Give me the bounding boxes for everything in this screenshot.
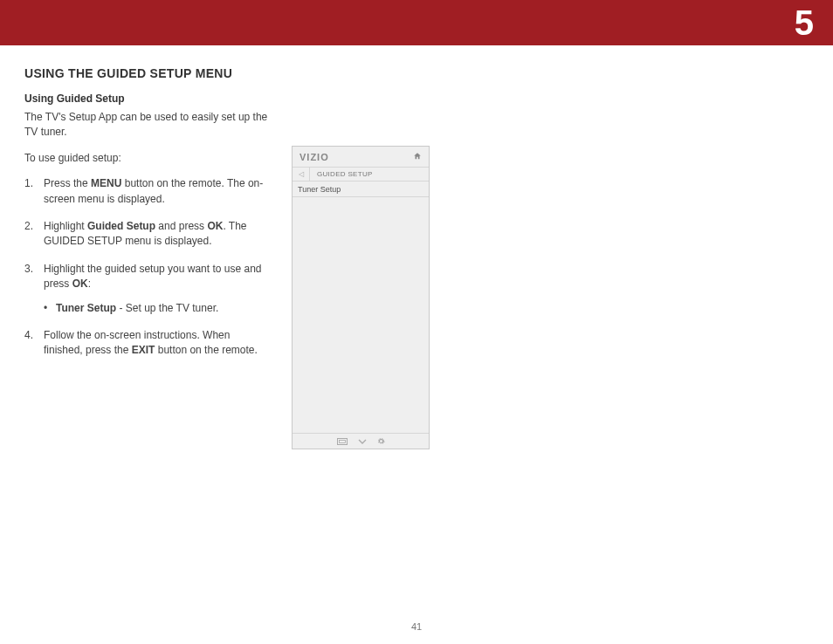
step-2-bold-b: Guided Setup <box>87 220 155 232</box>
step-1-bold: MENU <box>91 177 121 189</box>
subheading: Using Guided Setup <box>24 92 269 105</box>
step-4: Follow the on-screen instructions. When … <box>24 328 269 359</box>
step-4-text-c: button on the remote. <box>155 344 257 356</box>
svg-rect-1 <box>339 440 345 442</box>
steps-list: Press the MENU button on the remote. The… <box>24 176 269 359</box>
tv-header: VIZIO <box>293 147 429 168</box>
step-1: Press the MENU button on the remote. The… <box>24 176 269 207</box>
step-2-bold-d: OK <box>207 220 223 232</box>
vizio-logo: VIZIO <box>299 152 329 162</box>
tv-footer-icons <box>293 433 429 449</box>
step-2-text-a: Highlight <box>44 220 87 232</box>
tv-breadcrumb: ◁ GUIDED SETUP <box>293 168 429 182</box>
step-2-text-c: and press <box>155 220 207 232</box>
step-3-bold-b: OK <box>72 277 88 290</box>
wide-icon <box>337 438 348 445</box>
page-number: 41 <box>0 621 833 632</box>
instructions-column: Using Guided Setup The TV's Setup App ca… <box>24 92 269 371</box>
menu-item-tuner-setup: Tuner Setup <box>293 182 429 197</box>
step-2: Highlight Guided Setup and press OK. The… <box>24 219 269 250</box>
gear-icon <box>377 437 385 445</box>
bullet-tuner-setup: Tuner Setup - Set up the TV tuner. <box>44 301 269 316</box>
page-content: USING THE GUIDED SETUP MENU Using Guided… <box>0 45 833 80</box>
step-3-bullets: Tuner Setup - Set up the TV tuner. <box>44 301 269 316</box>
breadcrumb-label: GUIDED SETUP <box>310 170 373 178</box>
chapter-header-band: 5 <box>0 0 833 45</box>
bullet-text: - Set up the TV tuner. <box>116 302 218 314</box>
to-use-text: To use guided setup: <box>24 151 269 166</box>
bullet-bold: Tuner Setup <box>56 302 116 314</box>
step-4-bold-b: EXIT <box>132 344 155 356</box>
chevron-down-icon <box>358 439 367 444</box>
step-1-text-a: Press the <box>44 177 91 189</box>
intro-text: The TV's Setup App can be used to easily… <box>24 110 269 140</box>
chapter-number: 5 <box>795 3 814 43</box>
back-arrow-icon: ◁ <box>293 168 310 181</box>
step-3-text-c: : <box>88 277 91 290</box>
section-title: USING THE GUIDED SETUP MENU <box>24 66 809 80</box>
tv-menu-screenshot: VIZIO ◁ GUIDED SETUP Tuner Setup <box>292 146 430 449</box>
home-icon <box>413 152 422 162</box>
step-3: Highlight the guided setup you want to u… <box>24 262 269 316</box>
